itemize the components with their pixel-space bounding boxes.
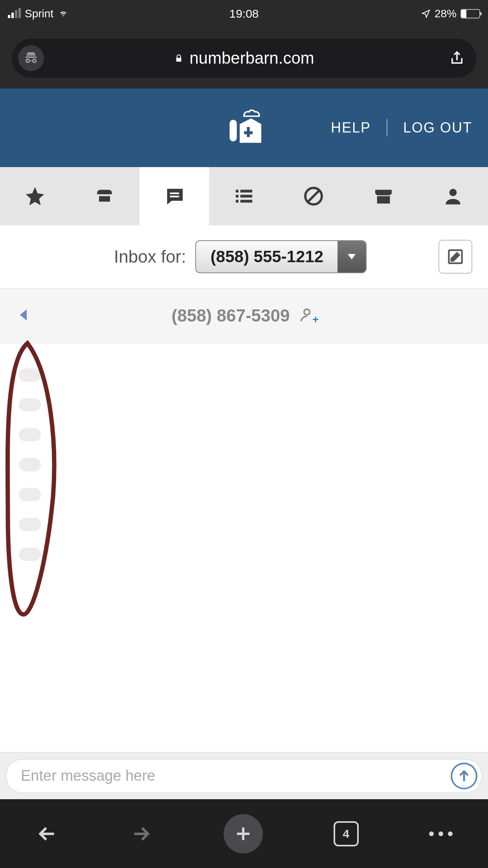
conversation-header: (858) 867-5309 + [0,288,488,343]
incognito-icon [18,45,44,71]
svg-point-2 [33,59,36,62]
phone-icon [94,185,116,207]
logout-link[interactable]: LOG OUT [403,120,472,136]
number-select[interactable]: (858) 555-1212 [195,240,367,273]
menu-button[interactable] [429,831,453,836]
arrow-up-icon [456,768,472,784]
divider [387,119,387,136]
list-icon [233,185,255,207]
lock-icon [174,53,184,63]
message-bubbles [19,368,41,561]
compose-button[interactable] [438,240,472,274]
new-tab-button[interactable] [224,814,263,853]
store-icon [372,185,394,207]
svg-point-8 [104,198,105,199]
forward-nav-button[interactable] [129,822,153,846]
dots-icon [429,831,453,836]
help-link[interactable]: HELP [331,120,371,136]
tab-block[interactable] [279,167,349,225]
battery-icon [460,9,480,18]
conversation-number: (858) 867-5309 [172,306,290,326]
svg-point-10 [101,200,102,201]
inbox-selector-row: Inbox for: (858) 555-1212 [0,225,488,288]
tab-profile[interactable] [418,167,488,225]
message-input[interactable]: Enter message here [6,759,482,793]
block-icon [303,185,325,207]
tab-count: 4 [334,821,359,846]
svg-rect-6 [244,131,253,134]
svg-point-7 [101,198,102,199]
svg-point-11 [104,200,105,201]
messages-icon [163,185,185,207]
svg-rect-15 [236,190,238,193]
svg-point-9 [106,198,108,199]
arrow-right-icon [129,822,153,846]
send-button[interactable] [451,763,477,789]
svg-rect-3 [176,57,182,61]
url-text: numberbarn.com [189,49,314,68]
svg-rect-18 [240,195,252,198]
svg-rect-20 [240,200,252,202]
svg-point-12 [106,200,108,201]
add-contact-button[interactable]: + [299,306,316,325]
message-list[interactable] [0,343,488,752]
tab-messages[interactable] [139,167,209,225]
app-header: HELP LOG OUT [0,88,488,167]
signal-bars-icon [8,9,21,18]
svg-line-22 [307,190,320,203]
message-composer: Enter message here [0,752,488,799]
tab-list[interactable] [209,167,279,225]
carrier-label: Sprint [25,7,53,20]
svg-rect-19 [236,200,238,202]
svg-point-1 [26,59,29,62]
clock-label: 19:08 [229,7,259,20]
location-icon [421,9,431,18]
wifi-icon [57,9,69,18]
svg-rect-4 [229,120,237,142]
tab-favorites[interactable] [0,167,70,225]
chevron-down-icon [338,241,366,272]
inbox-label: Inbox for: [114,247,186,267]
back-button[interactable] [16,307,32,325]
tabs-button[interactable]: 4 [334,821,359,846]
svg-rect-16 [240,190,252,193]
tab-nav [0,167,488,225]
battery-percent-label: 28% [435,7,457,20]
barn-logo-icon[interactable] [222,105,266,150]
tab-phone[interactable] [70,167,139,225]
address-bar[interactable]: numberbarn.com [12,39,476,78]
share-icon[interactable] [449,50,465,66]
svg-point-25 [304,309,310,315]
browser-chrome: numberbarn.com [0,28,488,88]
message-placeholder: Enter message here [21,767,155,784]
arrow-left-icon [35,822,59,846]
svg-point-0 [63,15,64,17]
svg-rect-13 [170,193,179,194]
triangle-left-icon [16,307,32,323]
back-nav-button[interactable] [35,822,59,846]
svg-rect-17 [236,195,238,198]
ios-status-bar: Sprint 19:08 28% [0,0,488,28]
plus-icon [234,824,253,843]
star-icon [24,185,46,207]
svg-point-23 [449,189,457,196]
tab-store[interactable] [349,167,418,225]
compose-icon [446,247,465,267]
ios-toolbar: 4 [0,799,488,868]
svg-rect-14 [170,196,179,197]
profile-icon [442,185,464,207]
plus-badge-icon: + [312,313,319,326]
number-select-value: (858) 555-1212 [196,241,338,272]
